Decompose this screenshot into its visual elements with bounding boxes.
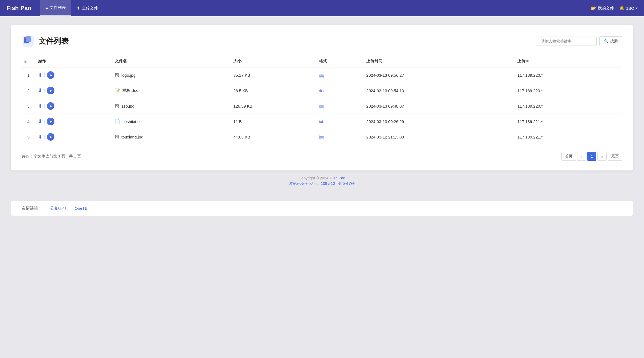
format-link[interactable]: jpg [319,135,324,139]
cell-filename: 📝 模板.doc [112,83,231,98]
nav-upload-label: 上传文件 [82,6,98,11]
page-prev-btn[interactable]: « [577,152,586,161]
cell-num: 3 [22,98,35,114]
cell-format[interactable]: jpg [316,129,364,145]
friend-link-gpt[interactable]: 公益GPT [50,206,67,211]
cell-size: 126.59 KB [231,98,316,114]
table-row: 5 ⬇ | 🖼 touxiang.jpg 44.83 KBjpg2024-03-… [22,129,622,145]
format-link[interactable]: jpg [319,73,324,78]
search-input[interactable] [537,37,597,46]
cell-num: 4 [22,114,35,129]
cell-size: 11 B [231,114,316,129]
app-brand[interactable]: Fish Pan [6,5,31,12]
cell-upload-time: 2024-03-12 21:13:03 [364,129,515,145]
table-header-row: # 操作 文件名 大小 格式 上传时间 上传IP [22,55,622,67]
friend-link-onetb[interactable]: OneTB [75,206,88,211]
preview-btn[interactable] [47,118,54,125]
search-area: 🔍 搜索 [537,36,622,46]
nav-file-list[interactable]: ≡ 文件列表 [40,0,71,16]
file-type-icon: 📝 [115,88,120,93]
table-row: 1 ⬇ | 🖼 logo.jpg 35.17 KBjpg2024-03-13 0… [22,67,622,83]
my-files-label: 我的文件 [598,6,614,11]
download-btn[interactable]: ⬇ [38,103,43,109]
preview-btn[interactable] [47,71,54,79]
file-type-icon: 🖼 [115,73,119,78]
cell-action: ⬇ | [35,67,112,83]
cell-upload-ip: 117.139.221.* [515,129,622,145]
cell-size: 26.5 KB [231,83,316,98]
copyright-text: Copyright © 2024 [299,176,329,180]
file-type-icon: 🖼 [115,104,119,108]
bell-icon: 🔔 [619,6,625,11]
cell-filename: 📄 ceshitxt.txt [112,114,231,129]
page-current-btn[interactable]: 1 [587,152,596,161]
col-action: 操作 [35,55,112,67]
my-files-btn[interactable]: 📂 我的文件 [591,6,614,11]
cell-format[interactable]: jpg [316,67,364,83]
search-icon: 🔍 [604,39,609,43]
nav-right: 📂 我的文件 🔔 1SO ▾ [591,6,638,11]
folder-icon: 📂 [591,6,596,11]
search-button[interactable]: 🔍 搜索 [599,36,622,46]
pagination-controls: 首页 « 1 » 尾页 [561,152,622,161]
preview-btn[interactable] [47,133,54,141]
user-menu-btn[interactable]: 🔔 1SO ▾ [619,6,638,11]
svg-rect-2 [26,36,31,42]
filename-text: logo.jpg [121,73,136,78]
cell-action: ⬇ | [35,83,112,98]
table-row: 3 ⬇ | 🖼 1so.jpg 126.59 KBjpg2024-03-13 0… [22,98,622,114]
cell-upload-ip: 117.139.220.* [515,98,622,114]
cell-format[interactable]: doc [316,83,364,98]
download-btn[interactable]: ⬇ [38,118,43,125]
cell-upload-time: 2024-03-13 09:56:27 [364,67,515,83]
user-label: 1SO [626,6,634,11]
preview-btn[interactable] [47,87,54,94]
footer-brand-name[interactable]: Fish Pan [330,176,345,180]
table-footer: 共有 5 个文件 当前第 1 页，共 1 页 首页 « 1 » 尾页 [22,152,622,161]
page-title: 文件列表 [38,36,69,46]
navbar: Fish Pan ≡ 文件列表 ⬆ 上传文件 📂 我的文件 🔔 1SO ▾ [0,0,644,16]
cell-action: ⬇ | [35,98,112,114]
nav-upload[interactable]: ⬆ 上传文件 [71,0,103,16]
format-link[interactable]: doc [319,88,325,93]
cell-num: 5 [22,129,35,145]
cell-upload-ip: 117.139.220.* [515,83,622,98]
cell-size: 35.17 KB [231,67,316,83]
uptime-prefix: 本站已安全运行： [289,181,320,186]
action-separator: | [44,104,45,108]
format-link[interactable]: jpg [319,104,324,108]
main-content: 文件列表 🔍 搜索 # 操作 文件名 大小 格式 上传时间 [0,16,644,198]
filename-text: 模板.doc [122,88,138,93]
upload-icon: ⬆ [77,6,80,11]
action-separator: | [44,134,45,139]
chevron-down-icon: ▾ [636,6,638,10]
page-next-btn[interactable]: » [597,152,607,161]
cell-filename: 🖼 logo.jpg [112,67,231,83]
cell-format[interactable]: jpg [316,98,364,114]
filename-text: ceshitxt.txt [122,119,142,124]
page-last-btn[interactable]: 尾页 [608,152,622,161]
col-format: 格式 [316,55,364,67]
download-btn[interactable]: ⬇ [38,134,43,140]
action-separator: | [44,88,45,93]
cell-upload-time: 2024-03-13 00:26:29 [364,114,515,129]
action-separator: | [44,119,45,124]
friends-label: 友情链接： [22,206,42,211]
col-upload-ip: 上传IP [515,55,622,67]
cell-upload-ip: 117.139.220.* [515,67,622,83]
format-link[interactable]: txt [319,119,323,124]
cell-action: ⬇ | [35,129,112,145]
cell-upload-time: 2024-03-13 09:54:10 [364,83,515,98]
cell-filename: 🖼 1so.jpg [112,98,231,114]
preview-btn[interactable] [47,102,54,110]
file-type-icon: 🖼 [115,134,119,139]
download-btn[interactable]: ⬇ [38,72,43,78]
download-btn[interactable]: ⬇ [38,87,43,94]
friends-bar: 友情链接： 公益GPT OneTB [11,201,633,216]
cell-filename: 🖼 touxiang.jpg [112,129,231,145]
page-first-btn[interactable]: 首页 [561,152,576,161]
nav-links: ≡ 文件列表 ⬆ 上传文件 [40,0,591,16]
cell-format[interactable]: txt [316,114,364,129]
cell-upload-time: 2024-03-13 09:48:07 [364,98,515,114]
list-icon: ≡ [45,5,48,10]
